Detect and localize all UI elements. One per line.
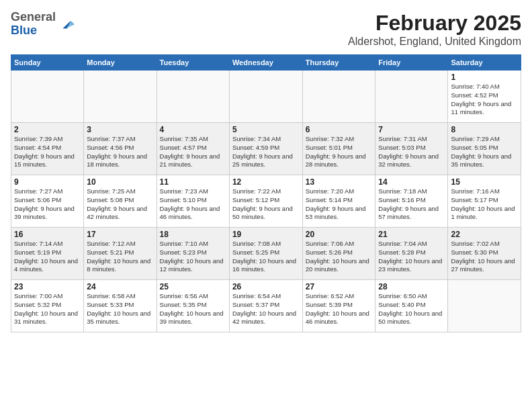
day-number: 1 bbox=[451, 73, 518, 82]
calendar-cell: 17Sunrise: 7:12 AMSunset: 5:21 PMDayligh… bbox=[84, 228, 157, 280]
calendar-cell: 4Sunrise: 7:35 AMSunset: 4:57 PMDaylight… bbox=[157, 123, 229, 175]
day-number: 10 bbox=[87, 177, 153, 187]
day-info: Sunrise: 7:37 AMSunset: 4:56 PMDaylight:… bbox=[87, 135, 153, 169]
title-section: February 2025 Aldershot, England, United… bbox=[348, 11, 521, 48]
calendar-cell bbox=[229, 71, 302, 123]
day-number: 12 bbox=[232, 177, 300, 187]
calendar-cell: 8Sunrise: 7:29 AMSunset: 5:05 PMDaylight… bbox=[448, 123, 521, 175]
calendar-cell bbox=[157, 71, 229, 123]
day-info: Sunrise: 7:04 AMSunset: 5:28 PMDaylight:… bbox=[378, 240, 445, 274]
day-info: Sunrise: 7:16 AMSunset: 5:17 PMDaylight:… bbox=[451, 187, 518, 222]
day-number: 22 bbox=[451, 230, 518, 239]
col-thursday: Thursday bbox=[302, 55, 375, 71]
calendar-cell: 20Sunrise: 7:06 AMSunset: 5:26 PMDayligh… bbox=[302, 228, 375, 280]
calendar-cell: 5Sunrise: 7:34 AMSunset: 4:59 PMDaylight… bbox=[229, 123, 302, 175]
day-number: 28 bbox=[378, 282, 445, 291]
day-info: Sunrise: 7:25 AMSunset: 5:08 PMDaylight:… bbox=[87, 187, 153, 222]
calendar-cell: 22Sunrise: 7:02 AMSunset: 5:30 PMDayligh… bbox=[448, 228, 521, 280]
calendar-cell: 11Sunrise: 7:23 AMSunset: 5:10 PMDayligh… bbox=[157, 175, 229, 228]
header: General Blue February 2025 Aldershot, En… bbox=[11, 11, 521, 48]
day-info: Sunrise: 7:35 AMSunset: 4:57 PMDaylight:… bbox=[160, 135, 226, 169]
logo: General Blue bbox=[11, 11, 75, 38]
calendar-cell: 24Sunrise: 6:58 AMSunset: 5:33 PMDayligh… bbox=[84, 280, 157, 332]
calendar-cell: 6Sunrise: 7:32 AMSunset: 5:01 PMDaylight… bbox=[302, 123, 375, 175]
calendar-cell: 18Sunrise: 7:10 AMSunset: 5:23 PMDayligh… bbox=[157, 228, 229, 280]
day-number: 21 bbox=[378, 230, 445, 239]
day-info: Sunrise: 7:27 AMSunset: 5:06 PMDaylight:… bbox=[14, 187, 81, 222]
page-container: General Blue February 2025 Aldershot, En… bbox=[0, 0, 532, 338]
day-info: Sunrise: 7:40 AMSunset: 4:52 PMDaylight:… bbox=[451, 83, 518, 117]
logo-icon bbox=[58, 17, 75, 33]
day-info: Sunrise: 7:29 AMSunset: 5:05 PMDaylight:… bbox=[451, 135, 518, 169]
day-info: Sunrise: 7:14 AMSunset: 5:19 PMDaylight:… bbox=[14, 240, 81, 274]
calendar-header-row: Sunday Monday Tuesday Wednesday Thursday… bbox=[11, 55, 521, 71]
calendar-cell: 25Sunrise: 6:56 AMSunset: 5:35 PMDayligh… bbox=[157, 280, 229, 332]
calendar-cell: 9Sunrise: 7:27 AMSunset: 5:06 PMDaylight… bbox=[11, 175, 84, 228]
day-info: Sunrise: 7:18 AMSunset: 5:16 PMDaylight:… bbox=[378, 187, 445, 222]
day-info: Sunrise: 7:22 AMSunset: 5:12 PMDaylight:… bbox=[232, 187, 300, 222]
col-tuesday: Tuesday bbox=[157, 55, 229, 71]
day-number: 18 bbox=[160, 230, 226, 239]
day-info: Sunrise: 7:12 AMSunset: 5:21 PMDaylight:… bbox=[87, 240, 153, 274]
day-info: Sunrise: 6:54 AMSunset: 5:37 PMDaylight:… bbox=[232, 292, 300, 326]
day-number: 6 bbox=[306, 125, 373, 134]
day-info: Sunrise: 7:06 AMSunset: 5:26 PMDaylight:… bbox=[306, 240, 373, 274]
calendar-cell: 2Sunrise: 7:39 AMSunset: 4:54 PMDaylight… bbox=[11, 123, 84, 175]
calendar-cell: 21Sunrise: 7:04 AMSunset: 5:28 PMDayligh… bbox=[375, 228, 448, 280]
logo-general: General bbox=[11, 11, 56, 24]
calendar-cell: 1Sunrise: 7:40 AMSunset: 4:52 PMDaylight… bbox=[448, 71, 521, 123]
day-number: 3 bbox=[87, 125, 153, 134]
day-number: 15 bbox=[451, 177, 518, 187]
day-number: 11 bbox=[160, 177, 226, 187]
day-info: Sunrise: 7:10 AMSunset: 5:23 PMDaylight:… bbox=[160, 240, 226, 274]
day-info: Sunrise: 6:52 AMSunset: 5:39 PMDaylight:… bbox=[306, 292, 373, 326]
calendar-cell: 3Sunrise: 7:37 AMSunset: 4:56 PMDaylight… bbox=[84, 123, 157, 175]
col-monday: Monday bbox=[84, 55, 157, 71]
day-number: 20 bbox=[306, 230, 373, 239]
calendar-cell bbox=[375, 71, 448, 123]
day-number: 26 bbox=[232, 282, 300, 291]
day-info: Sunrise: 6:50 AMSunset: 5:40 PMDaylight:… bbox=[378, 292, 445, 326]
calendar-week-row: 9Sunrise: 7:27 AMSunset: 5:06 PMDaylight… bbox=[11, 175, 521, 228]
day-number: 17 bbox=[87, 230, 153, 239]
calendar-cell: 26Sunrise: 6:54 AMSunset: 5:37 PMDayligh… bbox=[229, 280, 302, 332]
page-subtitle: Aldershot, England, United Kingdom bbox=[348, 36, 521, 48]
day-info: Sunrise: 7:08 AMSunset: 5:25 PMDaylight:… bbox=[232, 240, 300, 274]
calendar-cell: 16Sunrise: 7:14 AMSunset: 5:19 PMDayligh… bbox=[11, 228, 84, 280]
day-info: Sunrise: 7:34 AMSunset: 4:59 PMDaylight:… bbox=[232, 135, 300, 169]
calendar-table: Sunday Monday Tuesday Wednesday Thursday… bbox=[11, 54, 521, 332]
calendar-cell: 28Sunrise: 6:50 AMSunset: 5:40 PMDayligh… bbox=[375, 280, 448, 332]
day-info: Sunrise: 7:23 AMSunset: 5:10 PMDaylight:… bbox=[160, 187, 226, 222]
calendar-week-row: 2Sunrise: 7:39 AMSunset: 4:54 PMDaylight… bbox=[11, 123, 521, 175]
page-title: February 2025 bbox=[348, 11, 521, 36]
calendar-cell bbox=[11, 71, 84, 123]
calendar-cell: 12Sunrise: 7:22 AMSunset: 5:12 PMDayligh… bbox=[229, 175, 302, 228]
day-number: 5 bbox=[232, 125, 300, 134]
day-number: 27 bbox=[306, 282, 373, 291]
logo-blue: Blue bbox=[11, 24, 56, 38]
calendar-cell: 13Sunrise: 7:20 AMSunset: 5:14 PMDayligh… bbox=[302, 175, 375, 228]
col-saturday: Saturday bbox=[448, 55, 521, 71]
calendar-cell: 15Sunrise: 7:16 AMSunset: 5:17 PMDayligh… bbox=[448, 175, 521, 228]
day-number: 9 bbox=[14, 177, 81, 187]
day-info: Sunrise: 7:00 AMSunset: 5:32 PMDaylight:… bbox=[14, 292, 81, 326]
day-info: Sunrise: 7:39 AMSunset: 4:54 PMDaylight:… bbox=[14, 135, 81, 169]
col-wednesday: Wednesday bbox=[229, 55, 302, 71]
day-info: Sunrise: 7:20 AMSunset: 5:14 PMDaylight:… bbox=[306, 187, 373, 222]
day-number: 19 bbox=[232, 230, 300, 239]
day-info: Sunrise: 7:02 AMSunset: 5:30 PMDaylight:… bbox=[451, 240, 518, 274]
day-number: 2 bbox=[14, 125, 81, 134]
calendar-week-row: 16Sunrise: 7:14 AMSunset: 5:19 PMDayligh… bbox=[11, 228, 521, 280]
day-number: 24 bbox=[87, 282, 153, 291]
day-info: Sunrise: 7:31 AMSunset: 5:03 PMDaylight:… bbox=[378, 135, 445, 169]
col-friday: Friday bbox=[375, 55, 448, 71]
calendar-cell bbox=[302, 71, 375, 123]
calendar-week-row: 23Sunrise: 7:00 AMSunset: 5:32 PMDayligh… bbox=[11, 280, 521, 332]
calendar-cell: 7Sunrise: 7:31 AMSunset: 5:03 PMDaylight… bbox=[375, 123, 448, 175]
day-number: 14 bbox=[378, 177, 445, 187]
calendar-cell bbox=[448, 280, 521, 332]
col-sunday: Sunday bbox=[11, 55, 84, 71]
day-number: 16 bbox=[14, 230, 81, 239]
calendar-week-row: 1Sunrise: 7:40 AMSunset: 4:52 PMDaylight… bbox=[11, 71, 521, 123]
calendar-cell bbox=[84, 71, 157, 123]
